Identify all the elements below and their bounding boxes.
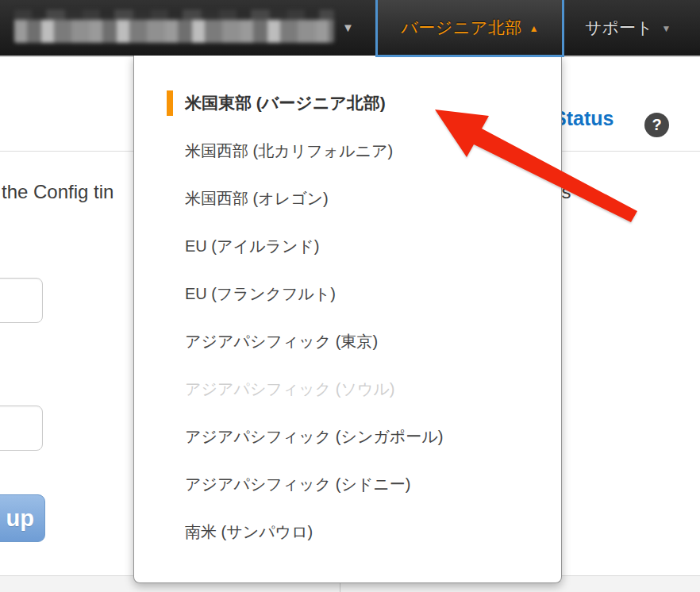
region-menu-item-label: EU (アイルランド) (185, 236, 319, 257)
account-blur-band-main (14, 20, 334, 43)
status-link[interactable]: Status (553, 107, 613, 130)
region-selector-label: バージニア北部 (401, 17, 521, 39)
region-menu-item-label: 米国西部 (オレゴン) (185, 188, 329, 210)
region-menu-item[interactable]: 南米 (サンパウロ) (134, 508, 561, 555)
region-menu-item[interactable]: 米国西部 (オレゴン) (134, 175, 561, 222)
region-menu-item-label: 南米 (サンパウロ) (185, 521, 313, 543)
region-menu-item-label: EU (フランクフルト) (185, 283, 336, 305)
account-blur-band-top (14, 10, 334, 20)
region-menu-item[interactable]: EU (フランクフルト) (134, 270, 561, 317)
region-menu-item-label: 米国東部 (バージニア北部) (185, 92, 386, 114)
caret-down-icon: ▼ (661, 21, 671, 34)
region-menu-item-label: アジアパシフィック (ソウル) (185, 379, 395, 400)
footer-column-divider (340, 583, 340, 592)
region-menu-item-label: アジアパシフィック (シンガポール) (185, 426, 443, 448)
account-menu-blurred[interactable] (14, 10, 334, 43)
top-nav-bar: ▼ バージニア北部 ▲ サポート ▼ (0, 0, 700, 56)
page-heading-fragment-left: the Config tin (2, 181, 113, 203)
help-icon[interactable]: ? (644, 113, 669, 137)
support-menu-button[interactable]: サポート ▼ (580, 0, 675, 56)
account-caret-down-icon: ▼ (342, 21, 354, 34)
region-selector-button[interactable]: バージニア北部 ▲ (375, 0, 564, 57)
text-input-field-2[interactable] (0, 406, 43, 451)
region-menu-item[interactable]: 米国東部 (バージニア北部) (134, 79, 561, 127)
region-menu-item[interactable]: 米国西部 (北カリフォルニア) (134, 127, 561, 175)
region-menu-item-label: 米国西部 (北カリフォルニア) (185, 140, 393, 162)
region-menu-item[interactable]: アジアパシフィック (東京) (134, 317, 561, 365)
region-dropdown-panel: 米国東部 (バージニア北部) 米国西部 (北カリフォルニア) 米国西部 (オレゴ… (133, 56, 562, 583)
text-input-field-1[interactable] (0, 278, 43, 323)
region-menu-item[interactable]: アジアパシフィック (シドニー) (134, 460, 561, 508)
region-menu-item[interactable]: アジアパシフィック (シンガポール) (134, 413, 561, 460)
caret-up-icon: ▲ (529, 21, 539, 34)
setup-button[interactable]: up (0, 494, 45, 542)
region-menu-item-label: アジアパシフィック (東京) (185, 331, 378, 352)
region-menu-item[interactable]: アジアパシフィック (ソウル) (134, 365, 561, 413)
support-menu-label: サポート (585, 17, 652, 39)
region-menu-item-label: アジアパシフィック (シドニー) (185, 474, 411, 495)
selected-region-marker (167, 90, 173, 116)
region-menu-item[interactable]: EU (アイルランド) (134, 222, 561, 270)
